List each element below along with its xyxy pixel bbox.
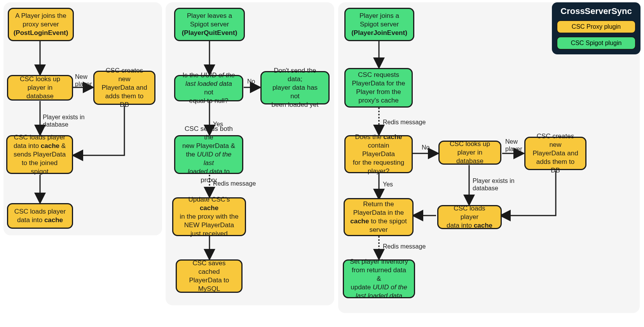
t: PlayerData for the (352, 80, 405, 87)
t: proxy's cache (358, 97, 398, 104)
f2-start: Player leaves aSpigot server(PlayerQuitE… (174, 8, 245, 41)
t: player in database (456, 149, 483, 165)
t: A Player joins the (15, 12, 66, 19)
t: (PlayerJoinEvent) (351, 29, 407, 37)
t: MySQL (198, 285, 220, 292)
t: data into (17, 216, 44, 224)
t: adds them to DB (536, 158, 574, 174)
t: new PlayerData & (182, 142, 235, 150)
t: Player from the (356, 88, 401, 96)
t: CSC loads player (14, 134, 65, 141)
t: proxy server (23, 21, 59, 28)
t: UUID of the (373, 284, 407, 291)
legend-spigot: CSC Spigot plugin (557, 37, 636, 50)
t: CSC requests (358, 71, 399, 78)
t: cache (41, 142, 59, 150)
t: sends PlayerData (14, 151, 66, 158)
f1-loadcache2: CSC loads playerdata into cache (7, 203, 73, 229)
f1-start: A Player joins theproxy server(PostLogin… (8, 8, 74, 41)
t: PlayerData to (189, 277, 229, 284)
t: cache (350, 217, 369, 225)
t: Update CSC's (188, 196, 230, 203)
t: to the joined spigot (22, 159, 58, 175)
t: PlayerData and (532, 150, 578, 157)
t: New (75, 73, 87, 80)
e-f3-yes: Yes (383, 181, 393, 188)
t: player (505, 146, 522, 152)
t: player data has not (272, 84, 318, 100)
t: (PostLoginEvent) (14, 29, 68, 37)
t: CSC looks up (450, 140, 490, 148)
f3-loadcache: CSC loads playerdata into cache (437, 205, 502, 229)
e-f3-exists: Player exists indatabase (473, 177, 515, 192)
t: database (43, 121, 68, 128)
t: cache (200, 204, 218, 212)
t: Player leaves a (187, 12, 232, 19)
t: & (59, 142, 66, 150)
legend-proxy: CSC Proxy plugin (557, 20, 636, 33)
t: CSC sends both the (185, 125, 233, 141)
f2-sendboth: CSC sends both thenew PlayerData &the UU… (174, 135, 243, 174)
e-f2-no: No (247, 78, 255, 85)
f2-savesql: CSC saves cachedPlayerData toMySQL (176, 259, 243, 293)
t: for the requesting (353, 159, 404, 166)
t: CSC saves cached (192, 259, 225, 275)
t: Is the (182, 71, 200, 79)
t: Set player inventory (350, 258, 408, 265)
t: PlayerData and (101, 84, 147, 91)
e-f3-redis2: Redis message (383, 243, 426, 250)
t: to the spigot (369, 217, 407, 225)
t: Does the (355, 133, 384, 141)
f3-createnew: CSC creates newPlayerData andadds them t… (524, 137, 586, 170)
t: player in database (26, 84, 54, 100)
f1-lookup: CSC looks upplayer in database (7, 75, 73, 101)
t: data into (14, 142, 41, 150)
t: equal to null? (189, 97, 228, 104)
t: last loaded data (356, 292, 402, 299)
t: update (351, 284, 373, 291)
e-f3-no: No (422, 144, 429, 151)
e-f2-yes: Yes (213, 120, 223, 128)
t: in the proxy with the (180, 213, 238, 220)
t: cache (44, 216, 63, 224)
t: CSC creates new (106, 67, 143, 83)
t: contain PlayerData (362, 142, 395, 158)
e-f3-new: Newplayer (505, 138, 522, 153)
t: not (204, 89, 213, 96)
f3-return: Return thePlayerData in thecache to the … (344, 198, 414, 236)
t: Don't send the data; (274, 67, 316, 83)
f2-uuidcheck: Is the UUID of thelast loaded data noteq… (174, 75, 243, 101)
t: UUID of the last (197, 151, 232, 167)
t: player (75, 81, 92, 87)
t: data into (447, 222, 474, 229)
f3-lookup: CSC looks upplayer in database (438, 141, 501, 165)
t: last loaded data (185, 80, 232, 87)
legend: CrossServerSync CSC Proxy plugin CSC Spi… (552, 2, 641, 54)
t: New (505, 138, 518, 145)
t: PlayerData in the (353, 209, 404, 216)
f3-cachecheck: Does the cachecontain PlayerDatafor the … (344, 135, 413, 173)
t: database (473, 185, 498, 191)
f1-loadcache: CSC loads playerdata into cache &sends P… (6, 135, 73, 174)
t: adds them to DB (105, 92, 143, 108)
t: server (369, 226, 387, 233)
t: CSC loads player (454, 205, 485, 221)
e-f2-redis: Redis message (213, 180, 256, 187)
t: loaded data (188, 168, 222, 175)
f3-request: CSC requestsPlayerData for thePlayer fro… (344, 68, 413, 108)
t: just received (190, 230, 227, 237)
t: (PlayerQuitEvent) (182, 29, 237, 37)
t: CSC loads player (14, 208, 66, 215)
t: Player exists in (473, 177, 515, 184)
e-f1-exists: Player exists indatabase (43, 113, 85, 128)
t: Player joins a (360, 12, 399, 19)
t: from returned data & (352, 266, 406, 282)
t: been loaded yet (272, 101, 319, 108)
t: CSC looks up (20, 75, 60, 83)
e-f1-new: Newplayer (75, 73, 92, 88)
t: cache (474, 222, 492, 229)
t: NEW PlayerData (184, 221, 234, 229)
t: the (186, 151, 197, 158)
f3-start: Player joins aSpigot server(PlayerJoinEv… (344, 8, 414, 41)
t: Return the (363, 200, 394, 208)
